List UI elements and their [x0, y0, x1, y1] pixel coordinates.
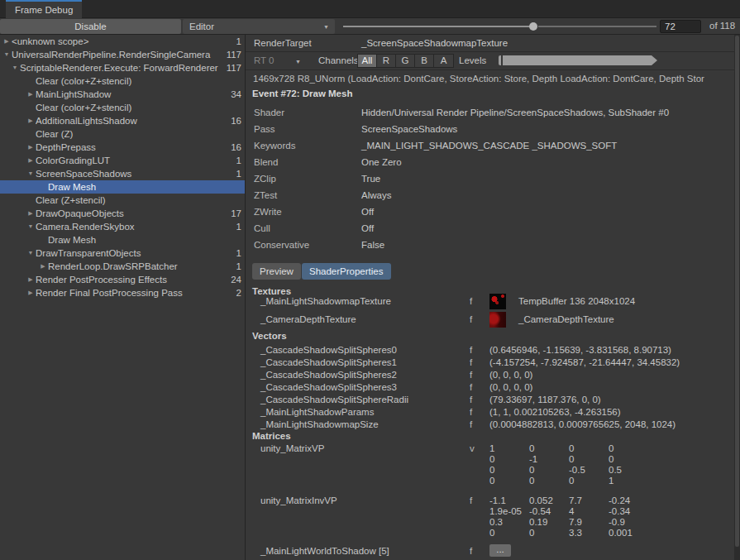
tree-item-count: 34	[231, 88, 241, 101]
channel-button-b[interactable]: B	[415, 55, 434, 67]
foldout-collapsed-icon[interactable]: ▶	[26, 207, 36, 220]
channel-button-group: All R G B A	[357, 54, 454, 68]
tab-frame-debug[interactable]: Frame Debug	[6, 0, 82, 18]
tree-item[interactable]: ▶AdditionalLightsShadow16	[0, 114, 245, 127]
property-value: True	[361, 170, 380, 187]
matrix-cell: 0	[569, 454, 609, 465]
target-dropdown[interactable]: Editor ▼	[183, 19, 335, 34]
property-row: ZTestAlways	[246, 187, 734, 203]
tree-item[interactable]: ▶DrawOpaqueObjects17	[0, 207, 245, 220]
foldout-collapsed-icon[interactable]: ▶	[38, 260, 48, 273]
texture-value: _CameraDepthTexture	[518, 314, 614, 324]
vertical-scrollbar[interactable]	[734, 35, 740, 560]
shadowmap-texture-thumbnail[interactable]	[489, 294, 506, 309]
tree-item[interactable]: ▼DrawTransparentObjects1	[0, 246, 245, 260]
tree-item-label: Render PostProcessing Effects	[36, 273, 220, 286]
levels-slider-max-handle[interactable]	[652, 55, 657, 65]
channel-button-all[interactable]: All	[358, 55, 377, 67]
tree-item[interactable]: ▶<unknown scope>1	[0, 35, 245, 48]
tab-preview[interactable]: Preview	[252, 263, 301, 280]
tree-item[interactable]: ▶Render PostProcessing Effects24	[0, 273, 245, 286]
matrix-name: unity_MatrixInvVP	[260, 495, 337, 506]
tree-item-count: 117	[227, 61, 241, 74]
tree-item-count: 16	[231, 114, 241, 127]
disable-button[interactable]: Disable	[0, 19, 181, 34]
tree-item[interactable]: ▶RenderLoop.DrawSRPBatcher1	[0, 260, 245, 273]
matrix-row: unity_MatrixVP v 1000 0-100 00-0.50.5 00…	[246, 443, 734, 488]
foldout-expanded-icon[interactable]: ▼	[26, 167, 36, 180]
vector-row: _CascadeShadowSplitSpheres1f(-4.157254, …	[246, 357, 734, 369]
matrix-name: _MainLightWorldToShadow [5]	[260, 544, 389, 558]
channel-button-r[interactable]: R	[377, 55, 396, 67]
tree-item[interactable]: ▼Camera.RenderSkybox1	[0, 220, 245, 233]
channel-button-a[interactable]: A	[434, 55, 453, 67]
foldout-collapsed-icon[interactable]: ▶	[26, 286, 36, 299]
matrix-name: unity_MatrixVP	[260, 443, 324, 454]
tree-item[interactable]: ▼ScreenSpaceShadows1	[0, 167, 245, 180]
matrix-type: v	[470, 443, 475, 454]
vector-type: f	[470, 369, 472, 381]
channel-button-g[interactable]: G	[396, 55, 415, 67]
property-value: Off	[361, 220, 374, 237]
chevron-down-icon: ▼	[295, 59, 301, 65]
vector-row: _CascadeShadowSplitSpheres2f(0, 0, 0, 0)	[246, 369, 734, 381]
texture-name: _MainLightShadowmapTexture	[260, 296, 391, 306]
tree-item[interactable]: ▼ScriptableRenderer.Execute: ForwardRend…	[0, 61, 245, 74]
tree-item[interactable]: ▶Render Final PostProcessing Pass2	[0, 286, 245, 299]
frame-number-input[interactable]	[660, 20, 701, 33]
foldout-expanded-icon[interactable]: ▼	[26, 246, 36, 260]
levels-label: Levels	[459, 55, 486, 65]
frame-slider-track-right[interactable]	[538, 26, 656, 27]
render-target-row: RenderTarget _ScreenSpaceShadowmapTextur…	[246, 35, 734, 52]
tree-item[interactable]: ▼UniversalRenderPipeline.RenderSingleCam…	[0, 48, 245, 61]
tree-item[interactable]: ▶MainLightShadow34	[0, 88, 245, 101]
property-label: Shader	[254, 104, 284, 121]
vector-value: (1, 1, 0.002105263, -4.263156)	[489, 406, 621, 419]
frame-debug-window: Frame Debug Disable Editor ▼ of 118 ▶<un…	[0, 0, 740, 560]
tree-item[interactable]: Clear (color+Z+stencil)	[0, 74, 245, 88]
levels-slider-min-handle[interactable]	[499, 55, 501, 65]
depth-texture-thumbnail[interactable]	[489, 312, 506, 328]
levels-slider[interactable]	[499, 55, 657, 65]
vectors-section-header: Vectors	[252, 331, 287, 341]
rt-dropdown[interactable]: RT 0	[254, 55, 275, 65]
tree-item-label: UniversalRenderPipeline.RenderSingleCame…	[12, 48, 220, 61]
foldout-collapsed-icon[interactable]: ▶	[26, 273, 36, 286]
vector-type: f	[470, 406, 472, 419]
tree-item-label: Draw Mesh	[48, 180, 220, 194]
tree-item[interactable]: ▶DepthPrepass16	[0, 141, 245, 154]
frame-slider-track[interactable]	[343, 26, 530, 27]
scrollbar-thumb[interactable]	[735, 36, 739, 547]
foldout-expanded-icon[interactable]: ▼	[26, 220, 36, 233]
matrix-cell: -1	[529, 454, 569, 465]
foldout-collapsed-icon[interactable]: ▶	[26, 141, 36, 154]
property-row: Keywords_MAIN_LIGHT_SHADOWS_CASCADE _SHA…	[246, 137, 734, 154]
matrix-type: f	[470, 495, 472, 506]
tree-item-count: 24	[231, 273, 241, 286]
tree-item[interactable]: Clear (Z)	[0, 127, 245, 141]
tree-item[interactable]: Draw Mesh	[0, 233, 245, 246]
levels-slider-bar[interactable]	[503, 55, 652, 65]
expand-matrix-array-button[interactable]: ...	[489, 544, 511, 557]
tree-item[interactable]: Clear (color+Z+stencil)	[0, 101, 245, 114]
foldout-collapsed-icon[interactable]: ▶	[26, 154, 36, 167]
matrix-cell: 0	[529, 465, 569, 476]
tree-item[interactable]: Clear (Z+stencil)	[0, 194, 245, 207]
frame-slider-handle[interactable]	[529, 22, 537, 31]
foldout-collapsed-icon[interactable]: ▶	[26, 114, 36, 127]
foldout-expanded-icon[interactable]: ▼	[2, 48, 12, 61]
tab-shader-properties[interactable]: ShaderProperties	[302, 263, 391, 280]
foldout-collapsed-icon[interactable]: ▶	[2, 35, 12, 48]
matrix-cell: -0.24	[609, 495, 648, 506]
tree-item-label: ColorGradingLUT	[36, 154, 220, 167]
vector-type: f	[470, 394, 472, 406]
property-label: Cull	[254, 220, 270, 237]
matrix-cell: 0	[569, 443, 609, 454]
matrix-cell: 1.9e-05	[489, 506, 529, 517]
tree-item-selected[interactable]: Draw Mesh	[0, 180, 245, 194]
vector-value: (0, 0, 0, 0)	[489, 369, 532, 381]
tree-item-count: 2	[236, 286, 241, 299]
tree-item[interactable]: ▶ColorGradingLUT1	[0, 154, 245, 167]
foldout-expanded-icon[interactable]: ▼	[10, 61, 20, 74]
foldout-collapsed-icon[interactable]: ▶	[26, 88, 36, 101]
